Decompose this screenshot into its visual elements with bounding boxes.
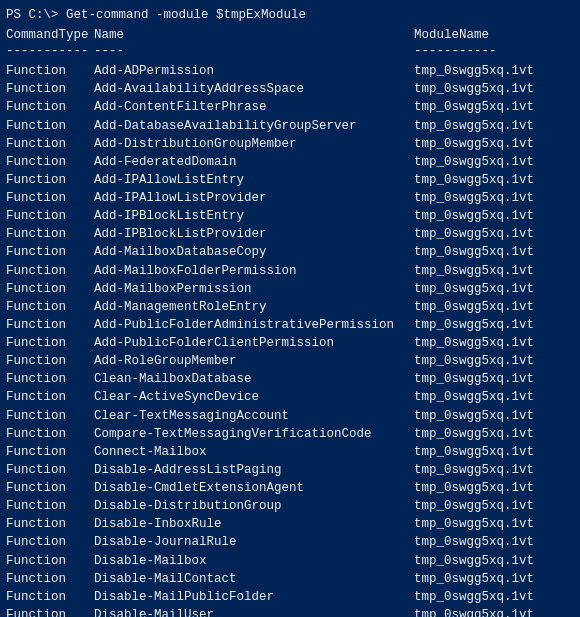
row-module: tmp_0swgg5xq.1vt bbox=[414, 552, 580, 570]
table-body: FunctionAdd-ADPermissiontmp_0swgg5xq.1vt… bbox=[6, 62, 580, 617]
row-module: tmp_0swgg5xq.1vt bbox=[414, 352, 580, 370]
table-row: FunctionAdd-ContentFilterPhrasetmp_0swgg… bbox=[6, 98, 580, 116]
row-name: Add-PublicFolderClientPermission bbox=[94, 334, 414, 352]
row-type: Function bbox=[6, 388, 94, 406]
row-module: tmp_0swgg5xq.1vt bbox=[414, 207, 580, 225]
row-name: Disable-MailUser bbox=[94, 606, 414, 617]
row-name: Add-MailboxFolderPermission bbox=[94, 262, 414, 280]
table-row: FunctionAdd-MailboxPermissiontmp_0swgg5x… bbox=[6, 280, 580, 298]
row-type: Function bbox=[6, 352, 94, 370]
row-name: Compare-TextMessagingVerificationCode bbox=[94, 425, 414, 443]
row-module: tmp_0swgg5xq.1vt bbox=[414, 189, 580, 207]
row-name: Add-IPBlockListProvider bbox=[94, 225, 414, 243]
row-module: tmp_0swgg5xq.1vt bbox=[414, 515, 580, 533]
row-type: Function bbox=[6, 552, 94, 570]
row-type: Function bbox=[6, 606, 94, 617]
table-row: FunctionAdd-IPBlockListProvidertmp_0swgg… bbox=[6, 225, 580, 243]
row-type: Function bbox=[6, 225, 94, 243]
table-row: FunctionAdd-AvailabilityAddressSpacetmp_… bbox=[6, 80, 580, 98]
row-type: Function bbox=[6, 461, 94, 479]
row-name: Add-MailboxDatabaseCopy bbox=[94, 243, 414, 261]
row-name: Disable-DistributionGroup bbox=[94, 497, 414, 515]
prompt-text: PS C:\> Get-command -module $tmpExModule bbox=[6, 8, 306, 22]
table-row: FunctionDisable-MailContacttmp_0swgg5xq.… bbox=[6, 570, 580, 588]
row-name: Add-MailboxPermission bbox=[94, 280, 414, 298]
row-module: tmp_0swgg5xq.1vt bbox=[414, 135, 580, 153]
table-row: FunctionAdd-IPBlockListEntrytmp_0swgg5xq… bbox=[6, 207, 580, 225]
row-type: Function bbox=[6, 407, 94, 425]
row-type: Function bbox=[6, 334, 94, 352]
row-type: Function bbox=[6, 80, 94, 98]
command-table: CommandType Name ModuleName ----------- … bbox=[6, 28, 580, 617]
row-name: Add-ADPermission bbox=[94, 62, 414, 80]
row-type: Function bbox=[6, 497, 94, 515]
row-type: Function bbox=[6, 62, 94, 80]
row-module: tmp_0swgg5xq.1vt bbox=[414, 606, 580, 617]
row-type: Function bbox=[6, 262, 94, 280]
table-row: FunctionAdd-ManagementRoleEntrytmp_0swgg… bbox=[6, 298, 580, 316]
prompt-line: PS C:\> Get-command -module $tmpExModule bbox=[6, 8, 574, 22]
table-row: FunctionAdd-FederatedDomaintmp_0swgg5xq.… bbox=[6, 153, 580, 171]
row-module: tmp_0swgg5xq.1vt bbox=[414, 80, 580, 98]
row-module: tmp_0swgg5xq.1vt bbox=[414, 388, 580, 406]
table-row: FunctionAdd-IPAllowListProvidertmp_0swgg… bbox=[6, 189, 580, 207]
row-module: tmp_0swgg5xq.1vt bbox=[414, 479, 580, 497]
table-row: FunctionAdd-PublicFolderAdministrativePe… bbox=[6, 316, 580, 334]
table-row: FunctionCompare-TextMessagingVerificatio… bbox=[6, 425, 580, 443]
divider-name: ---- bbox=[94, 42, 414, 62]
table-row: FunctionAdd-PublicFolderClientPermission… bbox=[6, 334, 580, 352]
row-type: Function bbox=[6, 98, 94, 116]
row-module: tmp_0swgg5xq.1vt bbox=[414, 461, 580, 479]
row-module: tmp_0swgg5xq.1vt bbox=[414, 262, 580, 280]
row-name: Add-ContentFilterPhrase bbox=[94, 98, 414, 116]
table-row: FunctionDisable-InboxRuletmp_0swgg5xq.1v… bbox=[6, 515, 580, 533]
row-module: tmp_0swgg5xq.1vt bbox=[414, 443, 580, 461]
row-module: tmp_0swgg5xq.1vt bbox=[414, 153, 580, 171]
table-row: FunctionDisable-JournalRuletmp_0swgg5xq.… bbox=[6, 533, 580, 551]
table-row: FunctionAdd-IPAllowListEntrytmp_0swgg5xq… bbox=[6, 171, 580, 189]
row-module: tmp_0swgg5xq.1vt bbox=[414, 588, 580, 606]
row-module: tmp_0swgg5xq.1vt bbox=[414, 62, 580, 80]
row-type: Function bbox=[6, 207, 94, 225]
row-type: Function bbox=[6, 370, 94, 388]
header-type: CommandType bbox=[6, 28, 94, 42]
row-module: tmp_0swgg5xq.1vt bbox=[414, 533, 580, 551]
row-type: Function bbox=[6, 533, 94, 551]
table-row: FunctionClear-ActiveSyncDevicetmp_0swgg5… bbox=[6, 388, 580, 406]
row-module: tmp_0swgg5xq.1vt bbox=[414, 316, 580, 334]
row-name: Add-IPAllowListProvider bbox=[94, 189, 414, 207]
row-module: tmp_0swgg5xq.1vt bbox=[414, 280, 580, 298]
row-module: tmp_0swgg5xq.1vt bbox=[414, 117, 580, 135]
table-row: FunctionAdd-DatabaseAvailabilityGroupSer… bbox=[6, 117, 580, 135]
row-name: Add-IPBlockListEntry bbox=[94, 207, 414, 225]
table-row: FunctionClean-MailboxDatabasetmp_0swgg5x… bbox=[6, 370, 580, 388]
row-name: Disable-Mailbox bbox=[94, 552, 414, 570]
row-type: Function bbox=[6, 588, 94, 606]
table-row: FunctionDisable-MailUsertmp_0swgg5xq.1vt bbox=[6, 606, 580, 617]
row-type: Function bbox=[6, 117, 94, 135]
row-type: Function bbox=[6, 243, 94, 261]
row-type: Function bbox=[6, 443, 94, 461]
row-type: Function bbox=[6, 171, 94, 189]
row-module: tmp_0swgg5xq.1vt bbox=[414, 370, 580, 388]
row-module: tmp_0swgg5xq.1vt bbox=[414, 171, 580, 189]
table-row: FunctionDisable-DistributionGrouptmp_0sw… bbox=[6, 497, 580, 515]
row-module: tmp_0swgg5xq.1vt bbox=[414, 98, 580, 116]
table-row: FunctionAdd-RoleGroupMembertmp_0swgg5xq.… bbox=[6, 352, 580, 370]
row-module: tmp_0swgg5xq.1vt bbox=[414, 497, 580, 515]
row-type: Function bbox=[6, 135, 94, 153]
row-name: Clean-MailboxDatabase bbox=[94, 370, 414, 388]
row-name: Connect-Mailbox bbox=[94, 443, 414, 461]
row-name: Add-FederatedDomain bbox=[94, 153, 414, 171]
row-module: tmp_0swgg5xq.1vt bbox=[414, 298, 580, 316]
row-type: Function bbox=[6, 515, 94, 533]
row-name: Add-DistributionGroupMember bbox=[94, 135, 414, 153]
row-name: Clear-ActiveSyncDevice bbox=[94, 388, 414, 406]
row-name: Add-DatabaseAvailabilityGroupServer bbox=[94, 117, 414, 135]
row-type: Function bbox=[6, 280, 94, 298]
divider-module: ----------- bbox=[414, 42, 580, 62]
row-name: Disable-JournalRule bbox=[94, 533, 414, 551]
row-name: Disable-MailContact bbox=[94, 570, 414, 588]
row-type: Function bbox=[6, 189, 94, 207]
header-module: ModuleName bbox=[414, 28, 580, 42]
